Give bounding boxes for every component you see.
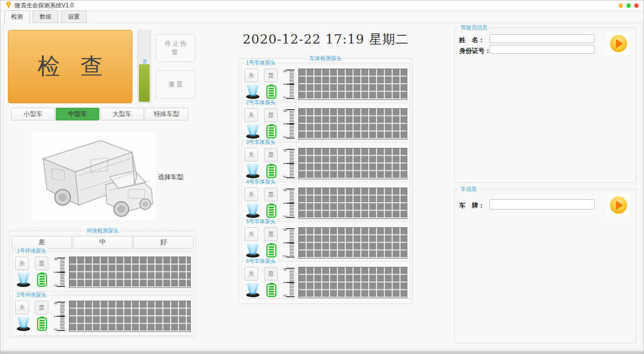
titlebar: 微震生命探测系统V1.0	[0, 0, 644, 11]
vehicle-type-large-button[interactable]: 大型车	[100, 108, 144, 120]
detector-cone-icon	[244, 283, 261, 299]
vehicle-type-special-button[interactable]: 特殊车型	[145, 108, 188, 120]
probe-off-button[interactable]: 关	[15, 301, 29, 314]
probe-label: 4号车体探头	[244, 179, 277, 185]
tab-data[interactable]: 数据	[33, 10, 58, 23]
ruler-major-tick	[287, 282, 294, 283]
env-quality-buttons: 差中好	[12, 236, 194, 249]
body-probes-list: 1号车体探头 关 显	[240, 63, 411, 301]
driver-id-input[interactable]	[489, 45, 595, 54]
ruler-major-tick	[287, 257, 294, 258]
battery-icon	[266, 243, 277, 260]
driver-play-button[interactable]	[607, 32, 630, 55]
ruler-tick-2: 2	[283, 293, 288, 298]
signal-grid	[298, 188, 407, 219]
signal-grid	[298, 148, 407, 179]
driver-group-title: 驾驶员信息	[459, 24, 489, 31]
ruler-major-tick	[287, 228, 294, 229]
check-button[interactable]: 检查	[8, 30, 133, 103]
probe-display-button[interactable]: 显	[264, 267, 278, 281]
driver-name-label: 姓 名：	[459, 36, 485, 45]
titlebar-dot-red[interactable]	[634, 3, 639, 8]
probe-display-button[interactable]: 显	[264, 148, 278, 162]
env-probes-group: 环境检测探头 差中好 1号环境探头 关 显	[9, 231, 196, 337]
ruler-major-tick	[287, 163, 294, 164]
body-probe-5-panel: 5号车体探头 关 显	[241, 221, 410, 259]
probe-off-button[interactable]: 关	[244, 267, 258, 281]
ruler-tick-2: 2	[53, 283, 58, 288]
probe-display-button[interactable]: 显	[264, 227, 278, 241]
detector-cone-icon	[244, 84, 261, 101]
ruler-major-tick	[287, 268, 294, 269]
body-probes-group: 车体检测探头 1号车体探头 关 显	[239, 58, 413, 304]
stop-alarm-button[interactable]: 停止告警	[156, 34, 195, 62]
env-quality-good-button[interactable]: 好	[133, 236, 194, 249]
signal-grid	[298, 267, 407, 298]
vehicle-group-title: 车信息	[459, 186, 479, 193]
probe-off-button[interactable]: 关	[244, 148, 258, 162]
ruler-major-tick	[287, 123, 294, 124]
probe-label: 6号车体探头	[244, 258, 277, 264]
plate-input[interactable]	[489, 199, 595, 210]
app-icon	[5, 1, 12, 10]
probe-display-button[interactable]: 显	[35, 257, 48, 270]
vehicle-type-medium-button[interactable]: 中型车	[56, 108, 99, 120]
check-button-label: 检查	[38, 51, 124, 82]
tab-settings[interactable]: 设置	[61, 10, 87, 23]
env-quality-poor-button[interactable]: 差	[12, 236, 72, 249]
titlebar-dot-green[interactable]	[626, 3, 631, 8]
battery-icon	[266, 283, 277, 299]
env-quality-medium-button[interactable]: 中	[73, 236, 133, 249]
tab-detection[interactable]: 检测	[4, 10, 30, 23]
probe-display-button[interactable]: 显	[264, 108, 278, 122]
vehicle-play-button[interactable]	[607, 194, 630, 216]
depth-ruler: 0 1 2	[283, 228, 295, 258]
ruler-tick-2: 2	[53, 327, 58, 332]
driver-name-input[interactable]	[489, 34, 595, 43]
probe-display-button[interactable]: 显	[264, 188, 278, 201]
datetime-display: 2020-12-22 17:19 星期二	[239, 31, 413, 48]
probe-off-button[interactable]: 关	[244, 227, 258, 241]
progress-value-label: 55	[142, 59, 147, 64]
body-probe-1-panel: 1号车体探头 关 显	[241, 63, 410, 100]
ruler-major-tick	[287, 84, 294, 85]
probe-body: 关 显	[244, 188, 407, 217]
probe-off-button[interactable]: 关	[15, 257, 29, 270]
env-probe-2-panel: 2号环境探头 关 显	[12, 295, 194, 336]
ruler-major-tick	[57, 330, 65, 331]
signal-grid	[69, 301, 191, 332]
detector-cone-icon	[15, 272, 32, 289]
ruler-major-tick	[287, 203, 294, 204]
detector-cone-icon	[244, 164, 261, 180]
probe-off-button[interactable]: 关	[244, 108, 258, 122]
titlebar-dot-yellow[interactable]	[619, 3, 623, 8]
select-vehicle-hint: 选择车型	[158, 173, 183, 182]
probe-off-button[interactable]: 关	[244, 69, 258, 82]
vehicle-type-small-button[interactable]: 小型车	[11, 108, 55, 120]
ruler-major-tick	[287, 177, 294, 178]
reset-button[interactable]: 重置	[156, 71, 195, 98]
signal-grid	[69, 257, 191, 288]
probe-controls: 关 显	[244, 148, 280, 180]
probe-body: 关 显	[244, 267, 407, 296]
probe-display-button[interactable]: 显	[35, 301, 48, 314]
vehicle-info-group: 车信息 车 牌：	[454, 189, 636, 343]
vehicle-type-selector: 小型车中型车大型车特殊车型	[11, 108, 188, 120]
ruler-major-tick	[287, 242, 294, 243]
probe-body: 关 显	[15, 257, 191, 289]
battery-icon	[266, 124, 277, 141]
depth-ruler: 0 1 2	[283, 267, 295, 298]
ruler-major-tick	[287, 149, 294, 150]
vehicle-xray-image	[32, 132, 156, 220]
ruler-major-tick	[287, 296, 294, 297]
probe-display-button[interactable]: 显	[264, 69, 278, 82]
battery-icon	[37, 272, 47, 289]
probe-off-button[interactable]: 关	[244, 188, 258, 201]
app-window: 微震生命探测系统V1.0 检测数据设置 检查 55 停止告警 重置 小型车中型车…	[0, 0, 644, 354]
body-probe-2-panel: 2号车体探头 关 显	[241, 102, 410, 140]
signal-grid	[298, 227, 407, 259]
tabbar: 检测数据设置	[4, 12, 89, 23]
ruler-tick-2: 2	[283, 174, 288, 179]
probe-label: 3号车体探头	[244, 139, 277, 145]
depth-ruler: 0 1 2	[283, 109, 295, 139]
